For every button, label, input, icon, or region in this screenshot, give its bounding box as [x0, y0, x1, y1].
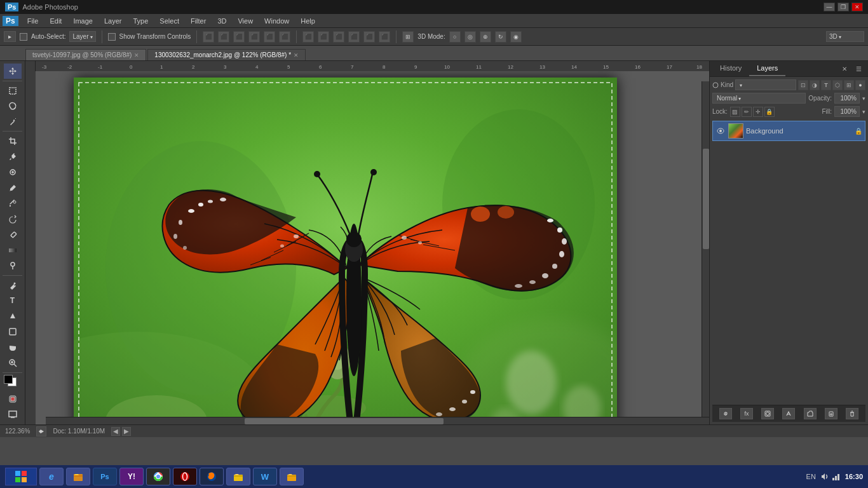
3d-scale-icon[interactable]: ◉: [510, 31, 522, 43]
distribute-right-icon[interactable]: ⬛: [379, 31, 390, 43]
tab-0-close[interactable]: ✕: [134, 52, 139, 58]
taskbar-photoshop[interactable]: Ps: [93, 468, 117, 485]
layer-effects-button[interactable]: fx: [740, 408, 753, 419]
menu-view[interactable]: View: [233, 16, 258, 26]
taskbar-opera[interactable]: [173, 468, 197, 485]
healing-tool[interactable]: [4, 165, 22, 179]
panel-close-btn[interactable]: ✕: [838, 64, 851, 74]
canvas-area[interactable]: -3 -2 -1 0 1 2 3 4 5 6 7 8 9 10 11 12 13…: [25, 61, 709, 424]
screen-mode[interactable]: [4, 407, 22, 422]
canvas-content[interactable]: [36, 71, 709, 424]
menu-window[interactable]: Window: [259, 16, 294, 26]
align-left-icon[interactable]: ⬛: [248, 31, 260, 43]
align-vcenter-icon[interactable]: ⬛: [218, 31, 229, 43]
start-button[interactable]: [5, 468, 37, 485]
new-layer-button[interactable]: [825, 408, 837, 419]
filter-toggle-icon[interactable]: ●: [855, 80, 865, 90]
lock-transparent-icon[interactable]: ▨: [730, 107, 740, 117]
taskbar-file-explorer[interactable]: [66, 468, 90, 485]
3d-pan-icon[interactable]: ⊕: [480, 31, 491, 43]
history-brush-tool[interactable]: [4, 212, 22, 226]
eyedropper-tool[interactable]: [4, 149, 22, 164]
tab-history[interactable]: History: [712, 61, 749, 76]
color-swatches[interactable]: [4, 375, 22, 391]
crop-tool[interactable]: [4, 133, 22, 148]
text-tool[interactable]: T: [4, 293, 22, 308]
brush-tool[interactable]: [4, 180, 22, 195]
menu-file[interactable]: File: [22, 16, 44, 26]
filter-adjust-icon[interactable]: ◑: [810, 80, 820, 90]
align-right-icon[interactable]: ⬛: [279, 31, 290, 43]
lock-pixels-icon[interactable]: ✏: [742, 107, 752, 117]
tab-layers[interactable]: Layers: [749, 61, 785, 76]
quick-mask-mode[interactable]: [4, 391, 22, 406]
filter-shape-icon[interactable]: ⬡: [832, 80, 843, 90]
layer-mask-button[interactable]: [761, 408, 774, 419]
filter-kind-dropdown[interactable]: [735, 79, 796, 90]
link-layers-button[interactable]: [719, 408, 732, 419]
move-tool[interactable]: [4, 64, 22, 79]
layer-item-background[interactable]: Background 🔒: [712, 121, 865, 141]
menu-filter[interactable]: Filter: [186, 16, 211, 26]
pen-tool[interactable]: [4, 278, 22, 292]
distribute-bottom-icon[interactable]: ⬛: [333, 31, 344, 43]
taskbar-chrome[interactable]: [146, 468, 170, 485]
fill-value[interactable]: 100%: [834, 106, 860, 117]
status-next-btn[interactable]: ▶: [122, 427, 131, 436]
taskbar-folder2[interactable]: [280, 468, 304, 485]
distribute-vcenter-icon[interactable]: ⬛: [318, 31, 329, 43]
lock-position-icon[interactable]: ✛: [753, 107, 763, 117]
adjustment-layer-button[interactable]: [782, 408, 795, 419]
auto-align-icon[interactable]: ⊞: [402, 31, 414, 43]
move-tool-options[interactable]: ▸: [4, 31, 16, 42]
align-bottom-icon[interactable]: ⬛: [233, 31, 245, 43]
show-transform-checkbox[interactable]: [108, 33, 116, 41]
distribute-top-icon[interactable]: ⬛: [302, 31, 314, 43]
menu-help[interactable]: Help: [295, 16, 320, 26]
filter-smart-icon[interactable]: ⊞: [844, 80, 854, 90]
new-group-button[interactable]: [804, 408, 817, 419]
3d-dropdown[interactable]: 3D: [826, 31, 864, 42]
menu-3d[interactable]: 3D: [212, 16, 231, 26]
path-select-tool[interactable]: [4, 309, 22, 323]
taskbar-firefox[interactable]: [200, 468, 224, 485]
scrollbar-thumb-v[interactable]: [703, 149, 709, 249]
opacity-value[interactable]: 100%: [834, 93, 860, 104]
menu-type[interactable]: Type: [128, 16, 154, 26]
gradient-tool[interactable]: [4, 243, 22, 257]
3d-rotate-icon[interactable]: ○: [449, 31, 461, 43]
menu-image[interactable]: Image: [68, 16, 98, 26]
distribute-hcenter-icon[interactable]: ⬛: [363, 31, 375, 43]
delete-layer-button[interactable]: [846, 408, 858, 419]
tab-0[interactable]: tsvetyi-10997.jpg @ 50% (RGB/8#) ✕: [25, 49, 146, 60]
restore-button[interactable]: ❐: [837, 3, 849, 11]
filter-pixel-icon[interactable]: ⊡: [798, 80, 808, 90]
zoom-tool[interactable]: [4, 355, 22, 370]
foreground-color[interactable]: [4, 375, 13, 384]
lasso-tool[interactable]: [4, 98, 22, 113]
shape-tool[interactable]: [4, 324, 22, 339]
panel-menu-btn[interactable]: ☰: [852, 64, 865, 74]
taskbar-yahoo[interactable]: Y!: [119, 468, 144, 485]
eraser-tool[interactable]: [4, 227, 22, 241]
scrollbar-thumb-h[interactable]: [245, 418, 444, 424]
distribute-left-icon[interactable]: ⬛: [348, 31, 360, 43]
taskbar-word[interactable]: W: [253, 468, 277, 485]
3d-roll-icon[interactable]: ◎: [465, 31, 476, 43]
hand-tool[interactable]: [4, 340, 22, 355]
menu-layer[interactable]: Layer: [99, 16, 127, 26]
align-hcenter-icon[interactable]: ⬛: [264, 31, 275, 43]
tab-1-close[interactable]: ✕: [294, 52, 299, 58]
menu-edit[interactable]: Edit: [44, 16, 67, 26]
zoom-icon[interactable]: [36, 426, 46, 437]
status-prev-btn[interactable]: ◀: [111, 427, 120, 436]
dodge-tool[interactable]: [4, 258, 22, 273]
3d-slide-icon[interactable]: ↻: [495, 31, 506, 43]
layer-eye-background[interactable]: [715, 126, 726, 136]
align-top-icon[interactable]: ⬛: [203, 31, 214, 43]
layer-dropdown[interactable]: Layer: [69, 31, 95, 42]
marquee-tool[interactable]: [4, 83, 22, 98]
tab-1[interactable]: 1300302632_monarch2.jpg @ 122% (RGB/8#) …: [147, 49, 306, 60]
menu-select[interactable]: Select: [154, 16, 184, 26]
close-button[interactable]: ✕: [851, 3, 863, 11]
